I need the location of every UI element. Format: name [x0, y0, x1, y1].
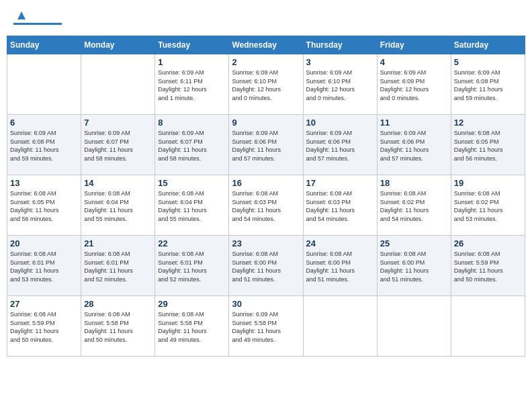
calendar-cell: 9Sunrise: 6:09 AM Sunset: 6:06 PM Daylig… — [229, 115, 303, 175]
day-number: 10 — [306, 118, 374, 128]
day-number: 5 — [454, 57, 522, 67]
col-header-thursday: Thursday — [303, 36, 377, 54]
calendar-cell: 15Sunrise: 6:08 AM Sunset: 6:04 PM Dayli… — [155, 175, 229, 236]
calendar-cell: 2Sunrise: 6:09 AM Sunset: 6:10 PM Daylig… — [229, 54, 303, 115]
day-number: 8 — [158, 118, 226, 128]
week-row-5: 27Sunrise: 6:08 AM Sunset: 5:59 PM Dayli… — [7, 296, 525, 357]
calendar-cell: 17Sunrise: 6:08 AM Sunset: 6:03 PM Dayli… — [303, 175, 377, 236]
calendar-cell: 11Sunrise: 6:09 AM Sunset: 6:06 PM Dayli… — [377, 115, 451, 175]
cell-info: Sunrise: 6:09 AM Sunset: 6:06 PM Dayligh… — [306, 129, 374, 163]
calendar-cell: 10Sunrise: 6:09 AM Sunset: 6:06 PM Dayli… — [303, 115, 377, 175]
calendar-cell: 7Sunrise: 6:09 AM Sunset: 6:07 PM Daylig… — [81, 115, 155, 175]
day-number: 12 — [454, 118, 522, 128]
cell-info: Sunrise: 6:08 AM Sunset: 6:00 PM Dayligh… — [232, 250, 300, 283]
calendar-cell: 22Sunrise: 6:08 AM Sunset: 6:01 PM Dayli… — [155, 236, 229, 296]
week-row-1: 1Sunrise: 6:09 AM Sunset: 6:11 PM Daylig… — [7, 54, 525, 115]
calendar-cell — [81, 54, 155, 115]
day-number: 26 — [454, 238, 522, 248]
cell-info: Sunrise: 6:08 AM Sunset: 6:03 PM Dayligh… — [306, 189, 374, 223]
calendar-cell: 28Sunrise: 6:08 AM Sunset: 5:58 PM Dayli… — [81, 296, 155, 357]
cell-info: Sunrise: 6:08 AM Sunset: 5:59 PM Dayligh… — [10, 310, 78, 344]
day-number: 4 — [380, 57, 448, 67]
col-header-saturday: Saturday — [451, 36, 525, 54]
cell-info: Sunrise: 6:09 AM Sunset: 5:58 PM Dayligh… — [232, 310, 300, 344]
calendar-cell: 8Sunrise: 6:09 AM Sunset: 6:07 PM Daylig… — [155, 115, 229, 175]
cell-info: Sunrise: 6:08 AM Sunset: 6:00 PM Dayligh… — [380, 250, 448, 283]
calendar-cell: 23Sunrise: 6:08 AM Sunset: 6:00 PM Dayli… — [229, 236, 303, 296]
day-number: 6 — [10, 118, 78, 128]
day-number: 19 — [454, 178, 522, 188]
calendar-cell: 24Sunrise: 6:08 AM Sunset: 6:00 PM Dayli… — [303, 236, 377, 296]
cell-info: Sunrise: 6:08 AM Sunset: 5:59 PM Dayligh… — [454, 250, 522, 283]
calendar-cell: 26Sunrise: 6:08 AM Sunset: 5:59 PM Dayli… — [451, 236, 525, 296]
calendar-cell: 14Sunrise: 6:08 AM Sunset: 6:04 PM Dayli… — [81, 175, 155, 236]
day-number: 1 — [158, 57, 226, 67]
week-row-2: 6Sunrise: 6:09 AM Sunset: 6:08 PM Daylig… — [7, 115, 525, 175]
day-number: 22 — [158, 238, 226, 248]
svg-marker-0 — [17, 11, 26, 19]
cell-info: Sunrise: 6:08 AM Sunset: 6:01 PM Dayligh… — [10, 250, 78, 283]
cell-info: Sunrise: 6:09 AM Sunset: 6:10 PM Dayligh… — [232, 68, 300, 102]
day-number: 24 — [306, 238, 374, 248]
day-number: 15 — [158, 178, 226, 188]
calendar-cell: 5Sunrise: 6:09 AM Sunset: 6:08 PM Daylig… — [451, 54, 525, 115]
page-header — [7, 7, 525, 30]
calendar-cell: 29Sunrise: 6:08 AM Sunset: 5:58 PM Dayli… — [155, 296, 229, 357]
calendar-cell: 4Sunrise: 6:09 AM Sunset: 6:09 PM Daylig… — [377, 54, 451, 115]
cell-info: Sunrise: 6:09 AM Sunset: 6:08 PM Dayligh… — [454, 68, 522, 102]
col-header-sunday: Sunday — [7, 36, 81, 54]
calendar-cell — [377, 296, 451, 357]
col-header-wednesday: Wednesday — [229, 36, 303, 54]
cell-info: Sunrise: 6:08 AM Sunset: 6:05 PM Dayligh… — [454, 129, 522, 163]
day-number: 14 — [84, 178, 152, 188]
calendar-cell: 30Sunrise: 6:09 AM Sunset: 5:58 PM Dayli… — [229, 296, 303, 357]
week-row-3: 13Sunrise: 6:08 AM Sunset: 6:05 PM Dayli… — [7, 175, 525, 236]
calendar-cell — [451, 296, 525, 357]
day-number: 3 — [306, 57, 374, 67]
week-row-4: 20Sunrise: 6:08 AM Sunset: 6:01 PM Dayli… — [7, 236, 525, 296]
cell-info: Sunrise: 6:08 AM Sunset: 6:01 PM Dayligh… — [158, 250, 226, 283]
day-number: 29 — [158, 299, 226, 309]
cell-info: Sunrise: 6:08 AM Sunset: 6:05 PM Dayligh… — [10, 189, 78, 223]
col-header-monday: Monday — [81, 36, 155, 54]
day-number: 2 — [232, 57, 300, 67]
calendar-cell: 19Sunrise: 6:08 AM Sunset: 6:02 PM Dayli… — [451, 175, 525, 236]
calendar-cell: 18Sunrise: 6:08 AM Sunset: 6:02 PM Dayli… — [377, 175, 451, 236]
calendar-cell: 12Sunrise: 6:08 AM Sunset: 6:05 PM Dayli… — [451, 115, 525, 175]
cell-info: Sunrise: 6:08 AM Sunset: 5:58 PM Dayligh… — [84, 310, 152, 344]
cell-info: Sunrise: 6:08 AM Sunset: 6:01 PM Dayligh… — [84, 250, 152, 283]
calendar-cell: 21Sunrise: 6:08 AM Sunset: 6:01 PM Dayli… — [81, 236, 155, 296]
cell-info: Sunrise: 6:08 AM Sunset: 6:02 PM Dayligh… — [454, 189, 522, 223]
cell-info: Sunrise: 6:09 AM Sunset: 6:06 PM Dayligh… — [232, 129, 300, 163]
calendar-cell — [303, 296, 377, 357]
day-number: 18 — [380, 178, 448, 188]
calendar-table: SundayMondayTuesdayWednesdayThursdayFrid… — [7, 36, 525, 357]
calendar-cell: 6Sunrise: 6:09 AM Sunset: 6:08 PM Daylig… — [7, 115, 81, 175]
calendar-cell: 27Sunrise: 6:08 AM Sunset: 5:59 PM Dayli… — [7, 296, 81, 357]
cell-info: Sunrise: 6:08 AM Sunset: 6:03 PM Dayligh… — [232, 189, 300, 223]
day-number: 7 — [84, 118, 152, 128]
day-number: 13 — [10, 178, 78, 188]
day-number: 20 — [10, 238, 78, 248]
day-number: 11 — [380, 118, 448, 128]
cell-info: Sunrise: 6:08 AM Sunset: 6:02 PM Dayligh… — [380, 189, 448, 223]
calendar-header-row: SundayMondayTuesdayWednesdayThursdayFrid… — [7, 36, 525, 54]
cell-info: Sunrise: 6:09 AM Sunset: 6:11 PM Dayligh… — [158, 68, 226, 102]
day-number: 23 — [232, 238, 300, 248]
cell-info: Sunrise: 6:09 AM Sunset: 6:08 PM Dayligh… — [10, 129, 78, 163]
calendar-cell: 13Sunrise: 6:08 AM Sunset: 6:05 PM Dayli… — [7, 175, 81, 236]
day-number: 25 — [380, 238, 448, 248]
cell-info: Sunrise: 6:08 AM Sunset: 5:58 PM Dayligh… — [158, 310, 226, 344]
calendar-cell: 20Sunrise: 6:08 AM Sunset: 6:01 PM Dayli… — [7, 236, 81, 296]
calendar-cell: 3Sunrise: 6:09 AM Sunset: 6:10 PM Daylig… — [303, 54, 377, 115]
cell-info: Sunrise: 6:09 AM Sunset: 6:09 PM Dayligh… — [380, 68, 448, 102]
day-number: 9 — [232, 118, 300, 128]
calendar-cell: 1Sunrise: 6:09 AM Sunset: 6:11 PM Daylig… — [155, 54, 229, 115]
col-header-tuesday: Tuesday — [155, 36, 229, 54]
day-number: 30 — [232, 299, 300, 309]
logo — [13, 12, 62, 25]
logo-arrow-icon — [15, 9, 28, 21]
calendar-cell: 25Sunrise: 6:08 AM Sunset: 6:00 PM Dayli… — [377, 236, 451, 296]
day-number: 17 — [306, 178, 374, 188]
cell-info: Sunrise: 6:08 AM Sunset: 6:04 PM Dayligh… — [158, 189, 226, 223]
